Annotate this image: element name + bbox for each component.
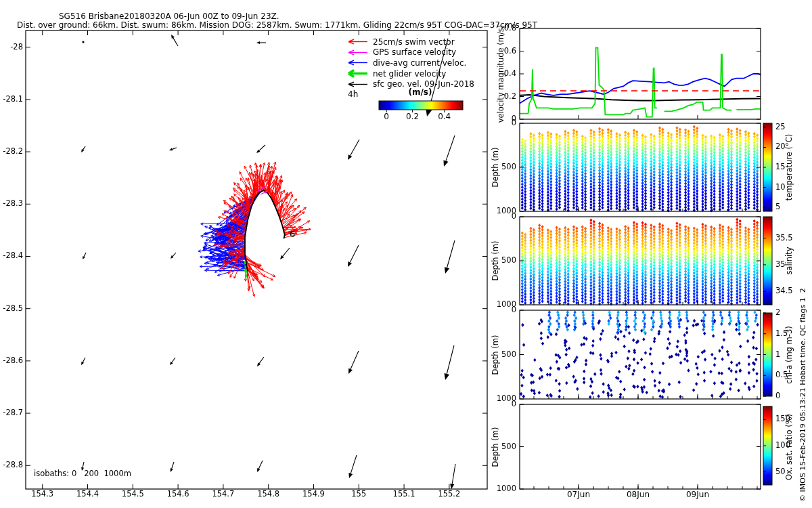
vector-graphics bbox=[0, 0, 812, 508]
depth-panel-frame bbox=[520, 123, 761, 211]
velocity-panel-frame bbox=[520, 28, 761, 119]
legend-colorbar bbox=[379, 101, 463, 110]
depth-panel-frame bbox=[520, 217, 761, 305]
depth-panel-frame bbox=[520, 404, 761, 489]
velocity-series bbox=[520, 48, 761, 117]
map-frame bbox=[26, 30, 487, 489]
figure-root: SG516 Brisbane20180320A 06-Jun 00Z to 09… bbox=[0, 0, 812, 508]
depth-panel-frame bbox=[520, 310, 761, 399]
